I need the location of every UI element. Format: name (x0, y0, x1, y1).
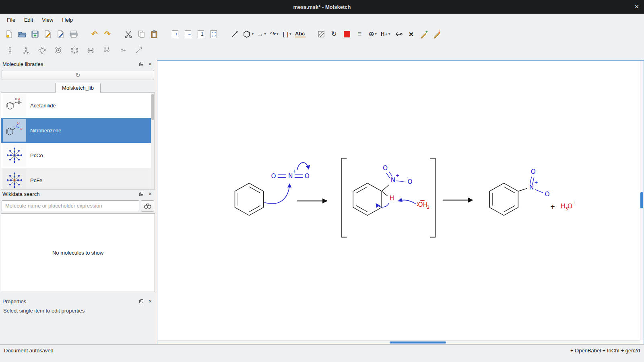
zoom-fit-button[interactable] (208, 28, 219, 40)
horizontal-scrollbar-thumb[interactable] (390, 341, 446, 343)
molecule-name: Acetanilide (30, 103, 56, 109)
hatch-pattern-tool[interactable] (316, 28, 326, 40)
mechanism-arrow-pi-shift[interactable] (297, 162, 309, 170)
libraries-close-button[interactable]: × (147, 61, 153, 67)
product-nitrobenzene[interactable]: N + O O - (489, 169, 551, 216)
menu-view[interactable]: View (37, 15, 58, 25)
hydronium-ion[interactable]: H 3 O + (561, 200, 576, 211)
library-item-pcco[interactable]: PcCo (1, 143, 155, 168)
menu-edit[interactable]: Edit (20, 15, 37, 25)
hydrogen-add-tool[interactable]: H+ ▾ (380, 28, 391, 40)
mechanism-arrow-h-to-ring[interactable] (376, 204, 389, 208)
line-width-icon: ≡ (358, 31, 362, 37)
plus-charge: + (534, 180, 538, 185)
edit-document-button[interactable] (56, 28, 66, 40)
zoom-in-button[interactable]: + (170, 28, 180, 40)
pen-modify-tool[interactable] (432, 28, 442, 40)
molecule-template-2[interactable] (21, 44, 31, 56)
reactant-benzene[interactable] (235, 183, 263, 215)
acetanilide-structure: H O (4, 96, 25, 115)
status-message: Document autosaved (4, 348, 54, 354)
library-scrollbar-thumb[interactable] (151, 94, 154, 120)
export-document-button[interactable] (43, 28, 53, 40)
svg-text:O: O (18, 97, 20, 100)
library-tabbar: Molsketch_lib (1, 83, 155, 93)
cut-button[interactable] (123, 28, 134, 40)
text-tool[interactable]: Abc (295, 28, 305, 40)
pen-add-tool[interactable] (419, 28, 429, 40)
reaction-arrow-tool[interactable]: → ▾ (256, 28, 266, 40)
mechanism-arrow-water-to-h[interactable] (398, 200, 416, 204)
open-folder-icon (18, 30, 27, 39)
intermediate-brackets[interactable] (342, 158, 435, 237)
charge-tool[interactable]: ⊕ ▾ (367, 28, 378, 40)
library-item-acetanilide[interactable]: H O Acetanilide (1, 93, 155, 118)
undo-button[interactable]: ↶ (89, 28, 100, 40)
molecule-template-6[interactable] (85, 44, 96, 56)
minus-charge: - (550, 187, 551, 193)
bracket-tool[interactable]: [ ] ▾ (282, 28, 292, 40)
zoom-original-button[interactable]: 1 (196, 28, 206, 40)
molecule-thumbnail: H O (3, 94, 26, 117)
svg-text:H: H (15, 98, 17, 101)
zoom-out-button[interactable]: − (183, 28, 193, 40)
copy-button[interactable] (136, 28, 147, 40)
library-scrollbar[interactable] (151, 93, 155, 189)
menu-file[interactable]: File (2, 15, 20, 25)
new-document-button[interactable] (4, 28, 14, 40)
redo-button[interactable]: ↷ (102, 28, 113, 40)
mechanism-arrow-ring-to-nitronium[interactable] (264, 184, 290, 204)
canvas-horizontal-scrollbar[interactable] (157, 340, 640, 344)
refresh-libraries-button[interactable]: ↻ (2, 70, 154, 80)
save-document-button[interactable] (30, 28, 40, 40)
library-item-pcfe[interactable]: PcFe (1, 168, 155, 189)
ring-tool[interactable]: ▾ (242, 28, 254, 40)
dock-splitter[interactable] (1, 292, 155, 297)
molecule-template-4[interactable] (53, 44, 64, 56)
properties-close-button[interactable]: × (147, 298, 153, 304)
molecule-thumbnail (3, 169, 26, 189)
wikidata-close-button[interactable]: × (147, 191, 153, 197)
window-close-button[interactable]: × (635, 3, 639, 11)
molecule-template-3[interactable] (37, 44, 47, 56)
tab-molsketch-lib[interactable]: Molsketch_lib (55, 83, 101, 93)
molecule-template-8[interactable] (118, 44, 128, 56)
color-swatch-button[interactable] (342, 28, 352, 40)
molecule-template-5[interactable] (69, 44, 80, 56)
titlebar[interactable]: mess.msk* - Molsketch × (0, 0, 644, 14)
paste-button[interactable] (149, 28, 159, 40)
line-width-button[interactable]: ≡ (355, 28, 365, 40)
draw-bond-tool[interactable] (229, 28, 240, 40)
drawing-canvas-area[interactable]: O N + O (157, 60, 644, 344)
properties-panel-title: Properties (2, 298, 136, 304)
nitronium-ion[interactable]: O N + O (271, 169, 310, 180)
template-icon (102, 46, 111, 55)
vertical-scrollbar-thumb[interactable] (640, 192, 643, 208)
wikidata-search-input[interactable] (2, 200, 139, 211)
print-button[interactable] (68, 28, 79, 40)
hydrogen-remove-tool[interactable] (393, 28, 404, 40)
mechanism-arrow-tool[interactable]: ↷ ▾ (269, 28, 279, 40)
molecule-template-1[interactable] (5, 44, 15, 56)
molecule-template-9[interactable] (134, 44, 144, 56)
canvas-vertical-scrollbar[interactable] (640, 61, 644, 340)
plus-charge: + (292, 169, 296, 174)
libraries-panel-header: Molecule libraries × (1, 60, 155, 68)
water-molecule[interactable]: OH 2 (417, 200, 429, 209)
reaction-scheme[interactable]: O N + O (157, 61, 644, 344)
molecule-template-7[interactable] (101, 44, 112, 56)
properties-float-button[interactable] (138, 298, 144, 304)
svg-text:N: N (15, 125, 17, 128)
rotate-tool[interactable]: ↻ (329, 28, 339, 40)
template-toolbar (0, 42, 644, 58)
chevron-down-icon: ▾ (252, 32, 254, 36)
intermediate-arenium[interactable]: N + O O - H (353, 165, 412, 216)
library-item-nitrobenzene[interactable]: N O O Nitrobenzene (1, 118, 155, 143)
menu-help[interactable]: Help (58, 15, 77, 25)
libraries-float-button[interactable] (138, 61, 144, 67)
wikidata-search-button[interactable] (141, 200, 154, 212)
wikidata-float-button[interactable] (138, 191, 144, 197)
new-file-icon (5, 30, 14, 39)
delete-tool[interactable]: × (406, 28, 417, 40)
open-document-button[interactable] (17, 28, 27, 40)
